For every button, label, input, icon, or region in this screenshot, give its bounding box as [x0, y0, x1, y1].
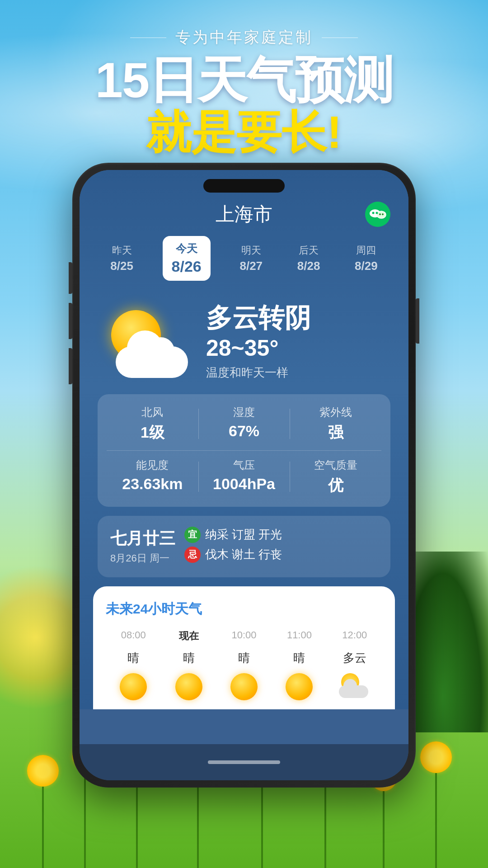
- svg-point-2: [377, 211, 386, 218]
- promo-subtitle: 专为中年家庭定制: [0, 27, 488, 48]
- city-row: 上海市: [93, 202, 395, 227]
- hourly-icons-row: [106, 673, 382, 700]
- hour-cond-0: 晴: [106, 650, 161, 666]
- tab-tomorrow[interactable]: 明天 8/27: [234, 240, 268, 277]
- sub-title-yellow: 就是要长!: [0, 107, 488, 157]
- tab-thursday-date: 8/29: [355, 259, 378, 273]
- tab-day-after-label: 后天: [299, 244, 319, 257]
- stat-wind: 北风 1级: [107, 405, 198, 443]
- home-indicator: [208, 760, 280, 764]
- hour-item-4: 12:00: [327, 629, 382, 646]
- stat-humidity-value: 67%: [198, 422, 290, 440]
- stat-visibility: 能见度 23.63km: [107, 458, 198, 496]
- hour-cond-4: 多云: [327, 650, 382, 666]
- stat-uv-label: 紫外线: [290, 405, 381, 420]
- almanac-solar: 8月26日 周一: [110, 552, 175, 565]
- almanac: 七月廿三 8月26日 周一 宜 纳采 订盟 开光 忌: [98, 516, 390, 577]
- tab-today[interactable]: 今天 8/26: [163, 236, 211, 281]
- weather-condition: 多云转阴: [206, 303, 386, 332]
- stat-pressure-value: 1004hPa: [198, 475, 290, 493]
- almanac-bad-badge: 忌: [184, 547, 201, 563]
- hour-cond-3: 晴: [272, 650, 327, 666]
- hour-condition-1: 晴: [161, 650, 216, 666]
- stat-humidity-label: 湿度: [198, 405, 290, 420]
- hour-cond-2: 晴: [216, 650, 272, 666]
- weather-main: 多云转阴 28~35° 温度和昨天一样: [93, 294, 395, 385]
- mini-cloud: [339, 685, 368, 698]
- hour-item-0: 08:00: [106, 629, 161, 646]
- hour-sun-icon-2: [230, 673, 258, 700]
- tab-today-label: 今天: [176, 241, 197, 256]
- almanac-info: 宜 纳采 订盟 开光 忌 伐木 谢土 行丧: [184, 527, 378, 566]
- date-tabs: 昨天 8/25 今天 8/26 明天 8/27 后天 8/28: [93, 236, 395, 281]
- weather-temp: 28~35°: [206, 335, 386, 361]
- wechat-icon[interactable]: [365, 202, 390, 227]
- hourly-title: 未来24小时天气: [106, 600, 382, 618]
- hour-sun-cloud-icon-4: [339, 673, 371, 698]
- hour-cond-1: 晴: [161, 650, 216, 666]
- stat-humidity: 湿度 67%: [198, 405, 290, 443]
- hour-sun-icon-3: [286, 673, 313, 700]
- almanac-good-badge: 宜: [184, 527, 201, 543]
- hour-condition-4: 多云: [327, 650, 382, 666]
- phone-outer: 上海市: [72, 163, 416, 788]
- phone-notch: [203, 179, 285, 193]
- almanac-good-items: 纳采 订盟 开光: [205, 527, 282, 542]
- subtitle-line-left: [130, 38, 166, 38]
- subtitle-line-right: [322, 38, 358, 38]
- almanac-bad-label: 忌: [188, 548, 197, 561]
- hourly-section: 未来24小时天气 08:00 现在 10:00 11:00: [93, 586, 395, 709]
- almanac-bad-items: 伐木 谢土 行丧: [205, 547, 282, 562]
- svg-point-3: [372, 212, 375, 214]
- stat-uv: 紫外线 强: [290, 405, 381, 443]
- weather-compare: 温度和昨天一样: [206, 365, 386, 381]
- almanac-good-row: 宜 纳采 订盟 开光: [184, 527, 378, 543]
- hour-time-1: 现在: [161, 629, 216, 643]
- phone-mockup: 上海市: [72, 163, 416, 788]
- hour-item-1: 现在: [161, 629, 216, 646]
- volume-up-button: [69, 303, 72, 339]
- stats-row-2: 能见度 23.63km 气压 1004hPa 空气质量 优: [107, 450, 381, 496]
- weather-icon: [102, 306, 192, 378]
- svg-point-5: [379, 213, 381, 215]
- promo-section: 专为中年家庭定制 15日天气预测 就是要长!: [0, 0, 488, 157]
- hour-time-4: 12:00: [327, 629, 382, 641]
- almanac-lunar: 七月廿三: [110, 528, 175, 550]
- stat-air-quality-value: 优: [290, 475, 381, 496]
- stat-air-quality-label: 空气质量: [290, 458, 381, 472]
- hour-condition-0: 晴: [106, 650, 161, 666]
- tab-tomorrow-label: 明天: [241, 244, 261, 257]
- svg-point-6: [382, 213, 384, 215]
- hour-icon-item-4: [327, 673, 382, 700]
- tab-day-after[interactable]: 后天 8/28: [292, 240, 326, 277]
- hour-time-0: 08:00: [106, 629, 161, 641]
- city-name: 上海市: [216, 202, 272, 227]
- stat-visibility-label: 能见度: [107, 458, 198, 472]
- power-button: [416, 298, 419, 344]
- almanac-good-label: 宜: [188, 528, 197, 541]
- stat-pressure: 气压 1004hPa: [198, 458, 290, 496]
- home-bar: [80, 744, 408, 780]
- hourly-conditions-row: 晴 晴 晴 晴 多云: [106, 650, 382, 666]
- cloud-icon: [116, 346, 188, 378]
- tab-yesterday[interactable]: 昨天 8/25: [105, 240, 139, 277]
- hour-sun-icon-1: [175, 673, 202, 700]
- stat-air-quality: 空气质量 优: [290, 458, 381, 496]
- stat-visibility-value: 23.63km: [107, 475, 198, 493]
- weather-description: 多云转阴 28~35° 温度和昨天一样: [206, 303, 386, 381]
- tab-thursday[interactable]: 周四 8/29: [349, 240, 383, 277]
- hour-time-2: 10:00: [216, 629, 272, 641]
- stats-grid: 北风 1级 湿度 67% 紫外线 强: [98, 394, 390, 507]
- almanac-bad-row: 忌 伐木 谢土 行丧: [184, 547, 378, 563]
- almanac-date: 七月廿三 8月26日 周一: [110, 528, 175, 565]
- tab-day-after-date: 8/28: [297, 259, 320, 273]
- tab-thursday-label: 周四: [356, 244, 376, 257]
- hour-item-2: 10:00: [216, 629, 272, 646]
- subtitle-text: 专为中年家庭定制: [175, 27, 313, 48]
- tab-yesterday-label: 昨天: [112, 244, 132, 257]
- hourly-times-row: 08:00 现在 10:00 11:00 12:00: [106, 629, 382, 646]
- hour-item-3: 11:00: [272, 629, 327, 646]
- hour-condition-2: 晴: [216, 650, 272, 666]
- tab-yesterday-date: 8/25: [110, 259, 133, 273]
- hour-icon-item-1: [161, 673, 216, 700]
